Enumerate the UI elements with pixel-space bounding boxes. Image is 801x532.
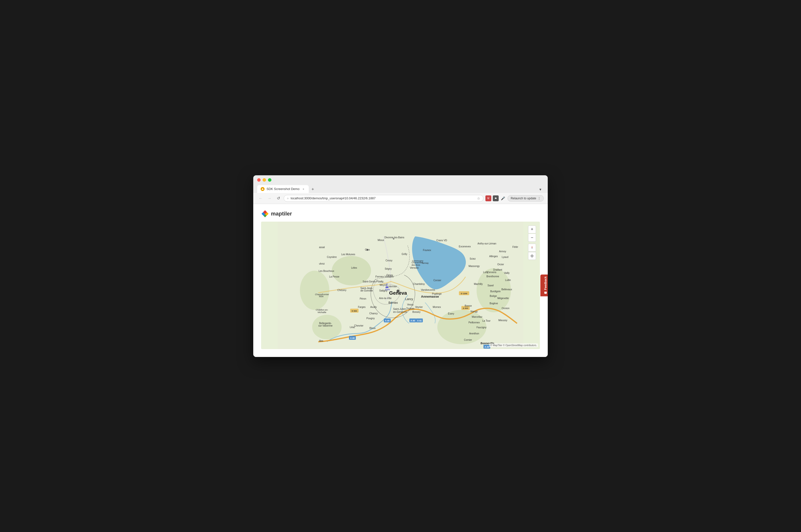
feedback-button[interactable]: Feedback [540,274,548,296]
svg-text:Péron: Péron [360,297,366,300]
svg-text:Divonne-les-Bains: Divonne-les-Bains [384,236,404,239]
svg-text:Ésery: Ésery [448,312,454,315]
svg-text:D 884: D 884 [352,310,357,312]
zoom-out-button[interactable]: − [528,234,536,242]
svg-text:des-Bois: des-Bois [412,264,420,266]
location-button[interactable] [528,252,536,260]
compass-button[interactable] [528,244,536,251]
svg-text:GVA: GVA [385,288,390,291]
nav-bar: ← → ↺ ○ localhost:3000/demos/tmp_usersna… [253,193,548,204]
svg-text:Veyrier: Veyrier [415,306,423,308]
svg-text:Lullin: Lullin [505,279,511,282]
zoom-in-button[interactable]: + [528,226,536,233]
tab-close-button[interactable]: × [302,187,305,191]
svg-text:assal: assal [319,246,325,249]
svg-text:Versoix: Versoix [410,266,419,269]
map-controls: + − [528,226,536,260]
svg-text:Les Molunes: Les Molunes [341,253,356,256]
logo-text-regular: map [271,211,282,217]
tab-title: SDK Screenshot Demo [267,187,299,191]
svg-point-130 [531,255,533,257]
svg-text:Chambésy: Chambésy [413,283,425,285]
svg-text:Machilly: Machilly [474,283,483,285]
svg-text:Excenevex: Excenevex [459,245,471,248]
microphone-icon[interactable]: 🎤 [500,195,506,201]
svg-text:Châtillon-en-: Châtillon-en- [315,309,328,311]
svg-text:Mioux: Mioux [378,239,384,242]
security-icon: ○ [287,197,289,200]
traffic-lights [257,178,271,182]
svg-text:Avully: Avully [370,306,377,308]
logo-diamond-icon [261,210,269,218]
svg-text:Pougny: Pougny [366,317,375,320]
svg-text:Peillonnex: Peillonnex [469,321,480,324]
relaunch-more-icon: ⋮ [538,197,541,200]
maptiler-logo: maptiler [261,210,540,218]
map-svg: A 40 A 40 A 40 A 40 A 41 D 884 D 1206 [261,222,540,349]
svg-text:illes: illes [319,340,323,342]
relaunch-button[interactable]: Relaunch to update ⋮ [508,195,544,202]
minimize-button[interactable] [262,178,266,182]
svg-text:loux: loux [319,295,324,298]
svg-text:Saxel: Saxel [487,284,493,287]
active-tab[interactable]: SDK Screenshot Demo × [257,185,309,193]
logo-text-bold: tiler [282,211,292,217]
svg-text:A 40: A 40 [485,346,489,348]
profile-menu-button[interactable]: ▾ [537,186,544,193]
svg-text:Les Bouchoux: Les Bouchoux [318,270,334,272]
svg-text:Lully: Lully [483,271,488,273]
svg-text:Chancy: Chancy [369,312,378,315]
maximize-button[interactable] [268,178,271,182]
svg-text:Ségny: Ségny [385,267,392,270]
svg-text:Bernex: Bernex [388,301,398,304]
reload-button[interactable]: ↺ [275,195,282,202]
svg-text:Geneva: Geneva [389,290,407,296]
svg-text:Ornex: Ornex [386,274,393,277]
svg-text:Gex: Gex [365,248,370,251]
svg-text:Bossey: Bossey [413,311,421,313]
svg-text:ulvoz: ulvoz [319,262,325,265]
svg-text:Faucigny: Faucigny [477,326,487,329]
svg-text:Saint-Julien-: Saint-Julien- [393,308,407,310]
svg-text:Mégevette: Mégevette [497,297,509,300]
svg-text:Marcellaz: Marcellaz [472,316,483,318]
map-container[interactable]: A 40 A 40 A 40 A 40 A 41 D 884 D 1206 [261,222,540,349]
svg-text:Anthy-sur-Léman: Anthy-sur-Léman [477,242,496,245]
close-button[interactable] [257,178,261,182]
svg-text:Mieussy: Mieussy [498,319,508,322]
map-attribution: © MapTiler © OpenStreetMap contributors. [489,343,538,347]
svg-marker-129 [531,248,532,249]
forward-button[interactable]: → [266,195,273,202]
svg-text:Meyrin: Meyrin [380,284,387,286]
svg-rect-13 [385,287,388,288]
address-bar[interactable]: ○ localhost:3000/demos/tmp_usersnap#10.0… [284,195,484,202]
svg-text:Brenthonne: Brenthonne [486,275,499,278]
map-wrapper: A 40 A 40 A 40 A 40 A 41 D 884 D 1206 [261,222,540,349]
content-area: maptiler [253,204,548,357]
svg-text:Puplinge: Puplinge [432,292,442,295]
svg-text:Cessy: Cessy [385,259,393,262]
svg-text:Founex: Founex [423,249,431,251]
svg-text:Bogève: Bogève [490,302,498,305]
svg-text:sur-Valserine: sur-Valserine [318,324,333,327]
extension-icon-1[interactable]: U [486,195,491,201]
svg-text:Arenthon: Arenthon [469,332,479,335]
svg-text:La Pesse: La Pesse [329,275,340,278]
svg-text:Bellevaux: Bellevaux [502,288,512,291]
svg-text:Grilly: Grilly [402,253,407,255]
svg-text:A 41: A 41 [417,320,422,322]
svg-text:Armoy: Armoy [499,250,506,253]
svg-text:Chevrier: Chevrier [354,324,363,327]
tab-favicon [261,187,265,191]
new-tab-button[interactable]: + [309,186,316,193]
svg-marker-128 [531,246,532,248]
svg-text:A 40: A 40 [350,337,355,339]
bookmark-icon[interactable]: ☆ [477,196,480,200]
back-button[interactable]: ← [257,195,264,202]
svg-text:Farges: Farges [358,306,365,308]
title-bar: SDK Screenshot Demo × + ▾ [253,175,548,193]
extension-icon-2[interactable] [493,195,499,201]
svg-text:Troinex: Troinex [406,307,415,310]
svg-text:Vernier: Vernier [388,285,397,288]
svg-text:Aire-la-Ville: Aire-la-Ville [379,297,392,300]
